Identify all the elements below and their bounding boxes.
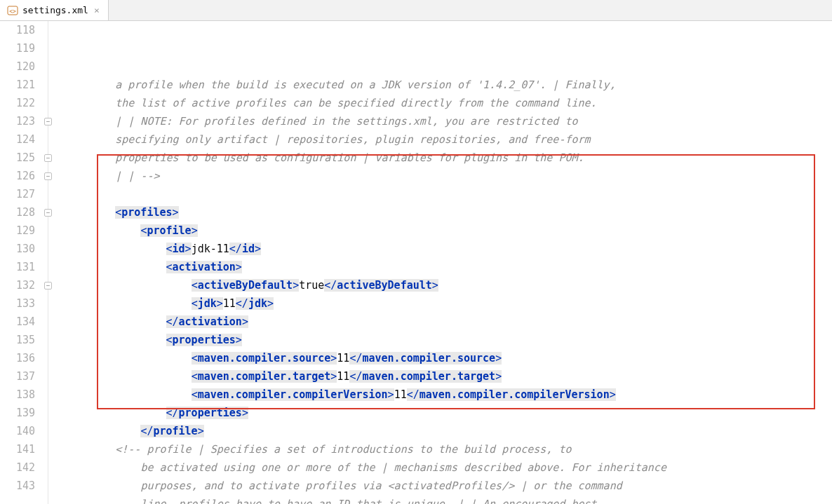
code-line: <id>jdk-11</id>	[65, 240, 832, 258]
code-line: | | NOTE: For profiles defined in the se…	[65, 112, 832, 130]
code-line: <maven.compiler.source>11</maven.compile…	[65, 349, 832, 367]
line-number: 133	[0, 294, 35, 313]
fold-toggle-icon[interactable]: −	[44, 209, 52, 217]
line-number: 129	[0, 222, 35, 240]
code-line: <activeByDefault>true</activeByDefault>	[65, 276, 832, 294]
tab-filename: settings.xml	[22, 5, 88, 15]
fold-guideline	[48, 21, 48, 504]
fold-column: −−−−−	[43, 21, 60, 504]
xml-file-icon: <>	[7, 5, 18, 16]
line-number: 128	[0, 203, 35, 222]
line-number: 120	[0, 57, 35, 76]
code-line: | | -->	[65, 167, 832, 185]
code-line: <profile>	[65, 222, 832, 240]
line-number-gutter: 1181191201211221231241251261271281291301…	[0, 21, 43, 504]
line-number: 140	[0, 422, 35, 440]
line-number: 142	[0, 458, 35, 477]
code-line: specifying only artifact | repositories,…	[65, 130, 832, 149]
code-line: <activation>	[65, 258, 832, 276]
line-number: 132	[0, 276, 35, 294]
code-line: <!-- profile | Specifies a set of introd…	[65, 440, 832, 458]
code-line: properties to be used as configuration |…	[65, 149, 832, 167]
tab-bar: <> settings.xml ×	[0, 0, 832, 21]
line-number: 134	[0, 313, 35, 331]
line-number: 121	[0, 76, 35, 94]
fold-toggle-icon[interactable]: −	[44, 118, 52, 125]
fold-toggle-icon[interactable]: −	[44, 154, 52, 162]
svg-text:<>: <>	[9, 8, 16, 15]
fold-toggle-icon[interactable]: −	[44, 172, 52, 180]
code-line: line, profiles have to have an ID that i…	[65, 495, 832, 504]
code-line: <profiles>	[65, 203, 832, 222]
editor-tab-settings-xml[interactable]: <> settings.xml ×	[0, 0, 109, 20]
line-number: 123	[0, 112, 35, 130]
code-line: be activated using one or more of the | …	[65, 458, 832, 477]
line-number: 131	[0, 258, 35, 276]
code-editor[interactable]: 1181191201211221231241251261271281291301…	[0, 21, 832, 504]
code-line: <maven.compiler.compilerVersion>11</mave…	[65, 386, 832, 404]
line-number: 122	[0, 94, 35, 112]
line-number: 135	[0, 331, 35, 349]
line-number: 137	[0, 367, 35, 386]
code-line: <properties>	[65, 331, 832, 349]
line-number: 143	[0, 477, 35, 495]
line-number: 127	[0, 185, 35, 203]
line-number: 125	[0, 149, 35, 167]
line-number: 124	[0, 130, 35, 149]
tab-close-button[interactable]: ×	[93, 5, 101, 15]
line-number: 141	[0, 440, 35, 458]
line-number: 130	[0, 240, 35, 258]
code-line: a profile when the build is executed on …	[65, 76, 832, 94]
code-line: purposes, and to activate profiles via <…	[65, 477, 832, 495]
code-line: the list of active profiles can be speci…	[65, 94, 832, 112]
line-number: 119	[0, 39, 35, 57]
code-area[interactable]: a profile when the build is executed on …	[60, 21, 832, 504]
line-number: 126	[0, 167, 35, 185]
line-number: 118	[0, 21, 35, 39]
line-number: 138	[0, 386, 35, 404]
line-number: 139	[0, 404, 35, 422]
code-line: </activation>	[65, 313, 832, 331]
code-line: <maven.compiler.target>11</maven.compile…	[65, 367, 832, 386]
line-number: 136	[0, 349, 35, 367]
code-line	[65, 185, 832, 203]
code-line: </properties>	[65, 404, 832, 422]
fold-toggle-icon[interactable]: −	[44, 282, 52, 290]
code-line: <jdk>11</jdk>	[65, 294, 832, 313]
code-line: </profile>	[65, 422, 832, 440]
